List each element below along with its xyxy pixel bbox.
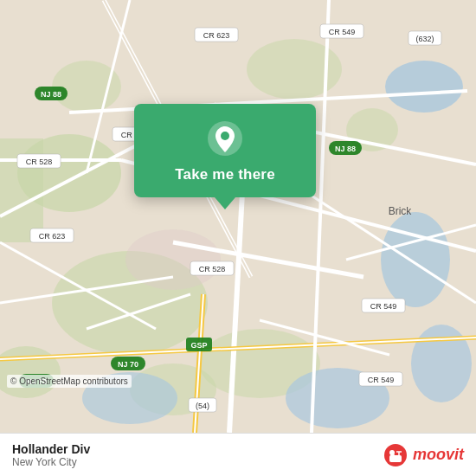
- svg-text:GSP: GSP: [190, 341, 207, 350]
- svg-point-70: [221, 132, 229, 140]
- map-attribution: © OpenStreetMap contributors: [7, 375, 132, 388]
- svg-text:NJ 88: NJ 88: [335, 145, 356, 153]
- moovit-logo: moovit: [383, 443, 464, 467]
- location-city: New York City: [12, 456, 90, 468]
- callout-label: Take me there: [175, 166, 275, 183]
- svg-text:CR 528: CR 528: [199, 265, 226, 273]
- bottom-bar: Hollander Div New York City moovit: [0, 433, 476, 476]
- svg-text:CR 528: CR 528: [26, 158, 53, 166]
- svg-text:CR 623: CR 623: [203, 31, 230, 40]
- take-me-there-button[interactable]: Take me there: [134, 104, 316, 197]
- svg-text:CR 549: CR 549: [370, 302, 397, 311]
- moovit-wordmark: moovit: [413, 446, 464, 464]
- svg-text:(54): (54): [196, 402, 209, 410]
- location-name: Hollander Div: [12, 442, 90, 456]
- map-svg: CR 623 CR 549 (632) NJ 88 NJ 88 CR 623 C…: [0, 0, 476, 433]
- svg-point-10: [385, 61, 463, 113]
- svg-text:NJ 70: NJ 70: [118, 360, 138, 369]
- svg-text:CR 549: CR 549: [368, 376, 395, 384]
- svg-text:Brick: Brick: [389, 205, 413, 217]
- moovit-brand-icon: [383, 443, 408, 467]
- svg-text:CR 549: CR 549: [329, 28, 356, 36]
- location-pin-icon: [206, 119, 244, 158]
- map-container: CR 623 CR 549 (632) NJ 88 NJ 88 CR 623 C…: [0, 0, 476, 433]
- svg-point-9: [52, 61, 121, 113]
- svg-point-11: [381, 212, 450, 307]
- location-info: Hollander Div New York City: [12, 442, 90, 468]
- svg-text:CR 623: CR 623: [39, 232, 66, 241]
- svg-rect-74: [390, 454, 395, 458]
- svg-text:(632): (632): [415, 35, 434, 43]
- svg-text:NJ 88: NJ 88: [41, 90, 61, 99]
